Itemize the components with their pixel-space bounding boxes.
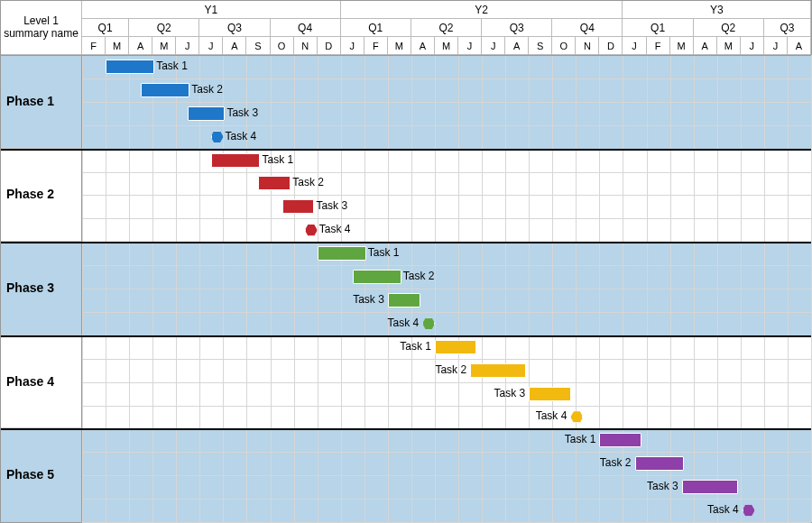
grid-hline — [82, 289, 811, 289]
task-label: Task 2 — [435, 363, 466, 376]
quarter-header: Q1 — [623, 19, 693, 37]
month-header: N — [294, 37, 318, 55]
month-header: M — [106, 37, 129, 55]
task-label: Task 2 — [600, 456, 632, 469]
year-header: Y3 — [623, 1, 811, 19]
month-header: J — [482, 37, 505, 55]
quarter-header: Q4 — [552, 19, 623, 37]
month-header: F — [647, 37, 670, 55]
month-header: D — [318, 37, 341, 55]
quarter-header: Q2 — [694, 19, 764, 37]
grid-hline — [82, 312, 811, 313]
quarter-header: Q2 — [411, 19, 482, 37]
quarter-header: Q3 — [199, 19, 270, 37]
month-header: O — [552, 37, 576, 55]
grid-hline — [82, 78, 811, 79]
month-header: S — [246, 37, 270, 55]
grid-hline — [82, 359, 811, 360]
task-label: Task 4 — [226, 130, 257, 142]
month-header: A — [694, 37, 717, 55]
task-label: Task 4 — [707, 503, 739, 516]
quarter-header: Q3 — [482, 19, 552, 37]
phase-label: Phase 4 — [6, 374, 54, 389]
task-bar — [141, 83, 189, 97]
phase-label: Phase 1 — [6, 94, 54, 108]
month-header: A — [411, 37, 435, 55]
grid-hline — [82, 499, 811, 500]
task-bar — [529, 387, 570, 401]
month-header: N — [576, 37, 599, 55]
task-label: Task 3 — [353, 293, 384, 306]
month-header: M — [152, 37, 176, 55]
chart-title: Level 1 summary name — [1, 15, 81, 39]
task-label: Task 2 — [292, 176, 324, 188]
task-bar — [106, 60, 154, 74]
task-bar — [318, 246, 366, 261]
milestone-icon — [570, 410, 583, 423]
task-bar — [599, 433, 641, 447]
month-header: F — [82, 37, 106, 55]
grid-hline — [82, 172, 811, 173]
task-label: Task 2 — [403, 270, 435, 282]
gantt-chart: Level 1 summary nameY1Y2Y3Q1Q2Q3Q4Q1Q2Q3… — [0, 0, 812, 523]
grid-hline — [82, 218, 811, 219]
month-header: A — [505, 37, 529, 55]
phase-separator — [1, 149, 811, 151]
task-bar — [211, 153, 260, 168]
task-label: Task 4 — [387, 317, 419, 329]
month-header: A — [788, 37, 811, 55]
task-bar — [388, 293, 420, 307]
grid-hline — [82, 475, 811, 476]
phase-label: Phase 5 — [6, 467, 54, 482]
task-label: Task 1 — [156, 60, 188, 72]
grid-hline — [82, 195, 811, 196]
month-header: O — [271, 37, 294, 55]
quarter-header: Q4 — [271, 19, 341, 37]
grid-hline — [82, 125, 811, 126]
task-label: Task 1 — [262, 153, 293, 166]
phase-label: Phase 3 — [6, 280, 54, 295]
task-label: Task 4 — [536, 409, 567, 422]
task-label: Task 3 — [226, 106, 258, 119]
phase-label: Phase 2 — [6, 187, 54, 201]
quarter-header: Q3 — [764, 19, 811, 37]
quarter-header: Q2 — [129, 19, 199, 37]
year-header: Y2 — [341, 1, 623, 19]
task-label: Task 2 — [191, 83, 223, 96]
task-bar — [282, 199, 315, 214]
month-header: D — [599, 37, 623, 55]
task-bar — [353, 270, 401, 284]
month-header: J — [741, 37, 764, 55]
year-header: Y1 — [82, 1, 341, 19]
month-header: J — [623, 37, 646, 55]
month-header: S — [529, 37, 552, 55]
task-bar — [470, 363, 526, 378]
grid-hline — [82, 265, 811, 266]
chart-title-cell: Level 1 summary name — [1, 1, 82, 55]
month-header: M — [670, 37, 694, 55]
quarter-header: Q1 — [82, 19, 129, 37]
month-header: J — [176, 37, 199, 55]
month-header: A — [129, 37, 152, 55]
milestone-icon — [305, 224, 318, 236]
month-header: J — [458, 37, 482, 55]
grid-hline — [82, 382, 811, 383]
task-label: Task 3 — [647, 480, 678, 492]
quarter-header: Q1 — [341, 19, 411, 37]
month-header: M — [717, 37, 741, 55]
task-label: Task 4 — [319, 223, 351, 235]
task-bar — [188, 106, 225, 121]
task-label: Task 1 — [565, 433, 596, 445]
task-bar — [258, 176, 291, 190]
task-label: Task 1 — [368, 246, 400, 259]
month-header: M — [388, 37, 411, 55]
month-header: F — [364, 37, 388, 55]
grid-hline — [82, 452, 811, 453]
phase-separator — [1, 55, 811, 56]
phase-separator — [1, 428, 811, 430]
task-bar — [435, 340, 476, 354]
phase-separator — [1, 242, 811, 243]
grid-hline — [82, 406, 811, 407]
phase-separator — [1, 335, 811, 337]
grid-hline — [82, 102, 811, 103]
